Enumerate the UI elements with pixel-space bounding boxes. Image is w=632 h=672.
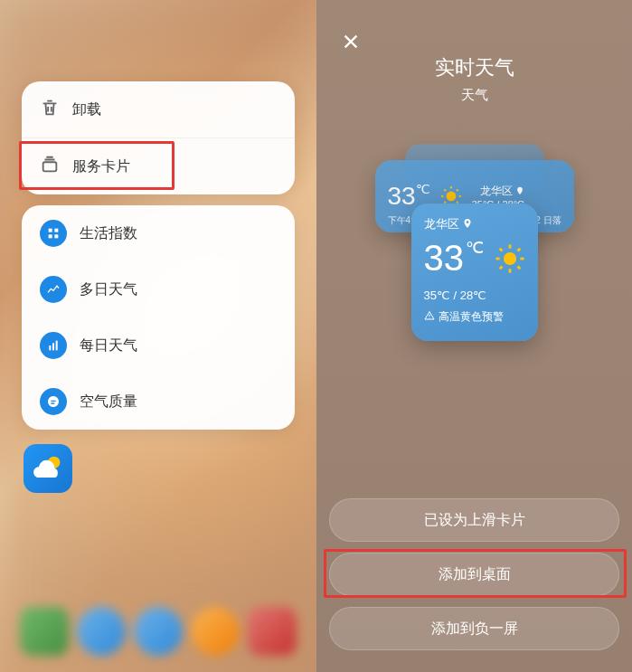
bar-chart-icon: [40, 332, 67, 359]
option-label: 多日天气: [80, 280, 137, 299]
svg-line-25: [499, 267, 502, 270]
svg-rect-2: [54, 229, 58, 232]
svg-line-26: [517, 249, 520, 251]
warning-row: 高温黄色预警: [424, 309, 525, 325]
option-multi-day[interactable]: 多日天气: [22, 261, 295, 317]
title-section: 实时天气 天气: [316, 54, 632, 104]
svg-point-9: [446, 192, 456, 202]
svg-rect-3: [49, 234, 52, 238]
page-title: 实时天气: [316, 54, 632, 81]
warning-icon: [424, 310, 435, 324]
svg-line-24: [517, 267, 520, 270]
svg-line-23: [499, 249, 502, 251]
svg-line-14: [444, 189, 446, 191]
sun-icon: [495, 240, 525, 278]
option-label: 空气质量: [80, 393, 137, 412]
context-menu-top: 卸载 服务卡片: [22, 81, 295, 194]
svg-rect-0: [43, 162, 57, 171]
location-row: 龙华区: [424, 216, 525, 232]
option-daily[interactable]: 每日天气: [22, 317, 295, 374]
service-card-item[interactable]: 服务卡片: [22, 138, 295, 194]
svg-rect-5: [49, 345, 51, 350]
option-life-index[interactable]: 生活指数: [22, 205, 295, 261]
svg-rect-1: [49, 229, 52, 232]
option-label: 每日天气: [80, 336, 137, 355]
location-pin-icon: [462, 218, 473, 232]
button-group: 已设为上滑卡片 添加到桌面 添加到负一屏: [316, 498, 632, 672]
page-subtitle: 天气: [316, 87, 632, 104]
location-mid: 龙华区: [472, 184, 524, 199]
left-screen: 卸载 服务卡片 生活指数 多日天气 每日天气: [0, 0, 316, 672]
svg-rect-6: [52, 343, 54, 350]
weather-card-front: 龙华区 33℃ 35℃ / 28℃ 高温黄色预警: [411, 203, 538, 341]
svg-line-17: [457, 189, 458, 191]
dock-app-5[interactable]: [248, 607, 297, 656]
option-air-quality[interactable]: 空气质量: [22, 374, 295, 430]
location-front: 龙华区: [424, 216, 459, 232]
close-icon: [341, 32, 361, 55]
add-minus-screen-button[interactable]: 添加到负一屏: [329, 607, 619, 650]
weather-app-icon[interactable]: [24, 444, 72, 493]
right-screen: 实时天气 天气 33℃ 龙华区 35°C / 28°C 下午4:00 晚上7:1…: [316, 0, 632, 672]
service-card-label: 服务卡片: [72, 157, 130, 176]
uninstall-label: 卸载: [72, 100, 101, 119]
dock-app-1[interactable]: [20, 607, 69, 656]
trash-icon: [40, 98, 60, 121]
options-menu: 生活指数 多日天气 每日天气 空气质量: [22, 205, 295, 430]
svg-rect-7: [56, 341, 58, 351]
set-swipe-button[interactable]: 已设为上滑卡片: [329, 498, 619, 542]
temp-range-front: 35℃ / 28℃: [424, 289, 525, 302]
dock: [0, 607, 316, 656]
option-label: 生活指数: [80, 224, 137, 243]
close-button[interactable]: [336, 29, 365, 58]
cards-preview[interactable]: 33℃ 龙华区 35°C / 28°C 下午4:00 晚上7:12 日落 龙华区: [316, 140, 632, 498]
warning-text: 高温黄色预警: [439, 309, 504, 325]
dock-app-4[interactable]: [191, 607, 240, 656]
add-desktop-button[interactable]: 添加到桌面: [329, 553, 619, 596]
chart-line-icon: [40, 276, 67, 303]
dock-app-2[interactable]: [77, 607, 126, 656]
svg-rect-4: [54, 234, 58, 238]
temperature-front: 33℃: [424, 240, 485, 276]
card-stack-icon: [40, 155, 60, 178]
grid-icon: [40, 220, 67, 247]
leaf-icon: [40, 388, 67, 415]
dock-app-3[interactable]: [134, 607, 183, 656]
svg-point-18: [503, 252, 515, 265]
uninstall-item[interactable]: 卸载: [22, 81, 295, 138]
